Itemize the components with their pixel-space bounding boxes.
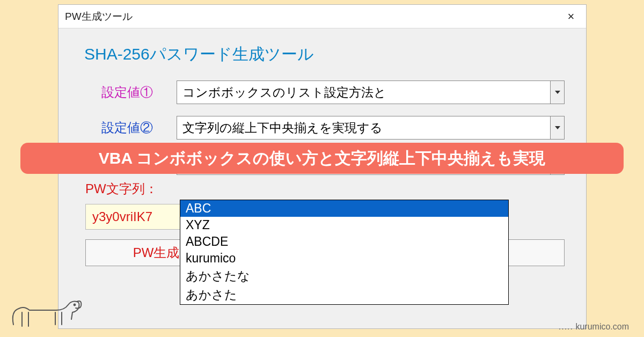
label-setting-2: 設定値②: [101, 119, 177, 136]
dog-icon: [8, 279, 83, 333]
row-setting-2: 設定値② 文字列の縦上下中央揃えを実現する: [101, 116, 565, 140]
svg-point-0: [74, 304, 76, 306]
pw-output-value: y3y0vriIK7: [92, 209, 152, 224]
chevron-down-icon[interactable]: [550, 116, 564, 139]
titlebar: PW生成ツール ×: [58, 5, 586, 28]
window-title: PW生成ツール: [65, 10, 133, 24]
row-setting-1: 設定値① コンボボックスのリスト設定方法と: [101, 80, 565, 104]
row-pw-output: PW文字列：: [85, 180, 565, 197]
combo-3-dropdown[interactable]: ABC XYZ ABCDE kurumico あかさたな あかさた: [180, 200, 509, 305]
label-setting-1: 設定値①: [101, 84, 177, 101]
combo-setting-2[interactable]: 文字列の縦上下中央揃えを実現する: [177, 116, 565, 140]
dropdown-item[interactable]: kurumico: [180, 250, 508, 267]
banner-text: VBA コンボボックスの使い方と文字列縦上下中央揃えも実現: [99, 148, 546, 170]
footer-dots: .....: [559, 322, 573, 331]
combo-2-value: 文字列の縦上下中央揃えを実現する: [177, 120, 550, 136]
dropdown-item[interactable]: XYZ: [180, 217, 508, 233]
label-pw: PW文字列：: [85, 180, 177, 197]
dropdown-item[interactable]: あかさたな: [180, 267, 508, 285]
overlay-banner: VBA コンボボックスの使い方と文字列縦上下中央揃えも実現: [20, 143, 624, 174]
close-icon: ×: [568, 10, 575, 24]
dropdown-item[interactable]: あかさた: [180, 285, 508, 304]
dropdown-item[interactable]: ABCDE: [180, 233, 508, 250]
combo-setting-1[interactable]: コンボボックスのリスト設定方法と: [177, 80, 565, 104]
generate-button-label: PW生成: [133, 244, 180, 261]
footer-brand: ..... kurumico.com: [559, 322, 629, 332]
chevron-down-icon[interactable]: [550, 81, 564, 104]
page-title: SHA-256パスワード生成ツール: [84, 43, 565, 65]
combo-1-value: コンボボックスのリスト設定方法と: [177, 84, 550, 101]
footer-brand-text: kurumico.com: [575, 322, 629, 331]
dropdown-item[interactable]: ABC: [180, 200, 508, 217]
close-button[interactable]: ×: [556, 5, 586, 28]
